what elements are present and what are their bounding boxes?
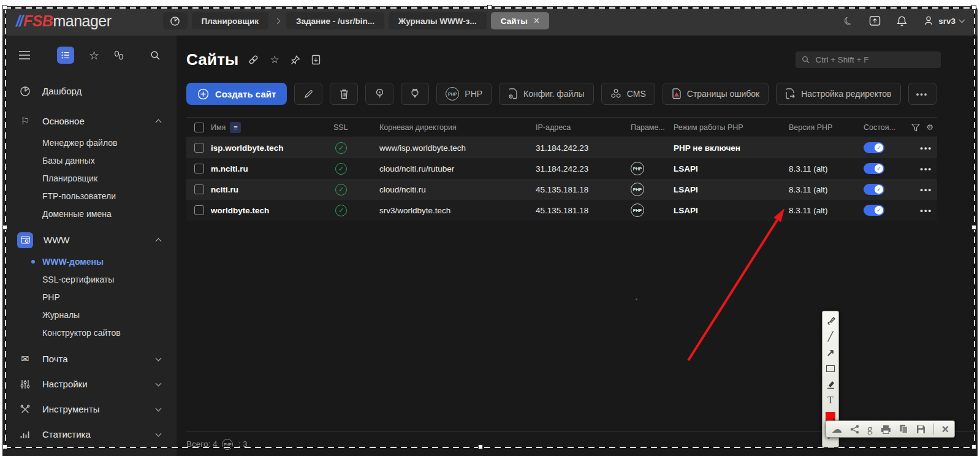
sidebar-item-www-domains[interactable]: WWW-домены — [2, 253, 177, 270]
dashboard-shortcut-button[interactable] — [163, 12, 188, 29]
share-button[interactable] — [850, 425, 859, 434]
sidebar-item-scheduler[interactable]: Планировщик — [2, 169, 177, 187]
selection-handle-top-middle[interactable] — [487, 5, 492, 10]
selection-handle-top-right[interactable] — [971, 5, 976, 10]
site-enabled-toggle[interactable]: ✓ — [864, 142, 884, 153]
sidebar-item-file-manager[interactable]: Менеджер файлов — [2, 134, 177, 151]
menu-list-view-button[interactable] — [57, 47, 74, 64]
enable-button[interactable] — [365, 83, 393, 105]
selection-handle-right-middle[interactable] — [971, 225, 976, 230]
row-menu-button[interactable]: ••• — [920, 185, 937, 194]
col-root-dir[interactable]: Корневая директория — [379, 123, 457, 132]
favorite-star-icon[interactable]: ☆ — [270, 53, 279, 66]
footprints-icon[interactable] — [114, 50, 124, 61]
table-settings-gear-icon[interactable]: ⚙ — [926, 123, 933, 132]
search-input[interactable] — [815, 55, 935, 64]
create-site-button[interactable]: Создать сайт — [186, 83, 287, 105]
favorites-star-icon[interactable]: ☆ — [89, 48, 99, 63]
site-name[interactable]: worldbyte.tech — [211, 206, 333, 215]
col-ip[interactable]: IP-адреса — [536, 123, 571, 132]
error-pages-button[interactable]: Страницы ошибок — [663, 83, 769, 105]
search-icon[interactable] — [150, 50, 161, 61]
arrow-tool-button[interactable]: ↗ — [824, 347, 837, 358]
more-actions-button[interactable]: ••• — [908, 83, 936, 105]
tab-www-logs[interactable]: Журналы WWW-з... — [389, 12, 487, 29]
site-enabled-toggle[interactable]: ✓ — [864, 184, 884, 195]
sidebar-item-ftp-users[interactable]: FTP-пользователи — [2, 187, 177, 205]
selection-handle-bottom-left[interactable] — [2, 444, 7, 449]
col-state[interactable]: Состоя... — [864, 123, 895, 132]
redirects-button[interactable]: Настройка редиректов — [776, 83, 900, 105]
selection-handle-bottom-right[interactable] — [971, 444, 976, 449]
site-enabled-toggle[interactable]: ✓ — [864, 163, 884, 174]
row-menu-button[interactable]: ••• — [920, 164, 937, 173]
table-row[interactable]: m.nciti.ru ✓ cloud/nciti.ru/rutuber 31.1… — [186, 158, 937, 179]
php-button[interactable]: PHP PHP — [436, 83, 492, 105]
tab-close-icon[interactable]: × — [534, 15, 539, 26]
sidebar-item-databases[interactable]: Базы данных — [2, 151, 177, 169]
selection-handle-bottom-middle[interactable] — [478, 444, 483, 449]
export-document-icon[interactable] — [311, 55, 321, 65]
table-row[interactable]: isp.worldbyte.tech ✓ www/isp.worldbyte.t… — [186, 137, 937, 158]
site-enabled-toggle[interactable]: ✓ — [864, 205, 884, 216]
sidebar-item-mail[interactable]: ✉ Почта — [2, 346, 177, 371]
pen-tool-button[interactable] — [824, 315, 837, 326]
site-name[interactable]: isp.worldbyte.tech — [211, 143, 333, 153]
cms-button[interactable]: CMS — [601, 83, 655, 105]
selection-handle-left-middle[interactable] — [2, 225, 7, 230]
sidebar-item-domain-names[interactable]: Доменные имена — [2, 205, 177, 222]
col-ssl[interactable]: SSL — [333, 123, 348, 132]
sidebar-item-logs[interactable]: Журналы — [2, 306, 177, 324]
sidebar-item-tools[interactable]: Инструменты — [2, 397, 177, 422]
delete-button[interactable] — [330, 83, 358, 105]
print-button[interactable] — [881, 425, 891, 434]
text-tool-button[interactable]: T — [824, 395, 837, 406]
sidebar-item-php[interactable]: PHP — [2, 288, 177, 306]
col-php-version[interactable]: Версия PHP — [789, 123, 832, 132]
tab-sites-active[interactable]: Сайты × — [491, 12, 549, 29]
sidebar-item-site-builder[interactable]: Конструктор сайтов — [2, 324, 177, 341]
sidebar-item-dashboard[interactable]: Дашборд — [2, 78, 177, 104]
disable-button[interactable] — [401, 83, 429, 105]
table-row[interactable]: worldbyte.tech ✓ srv3/worldbyte.tech 45.… — [186, 200, 937, 221]
close-button[interactable]: × — [942, 423, 949, 435]
row-checkbox[interactable] — [194, 184, 204, 194]
pin-icon[interactable] — [291, 55, 300, 65]
hamburger-icon[interactable] — [18, 50, 31, 60]
row-menu-button[interactable]: ••• — [920, 206, 937, 215]
selection-handle-top-left[interactable] — [2, 5, 7, 10]
config-files-button[interactable]: Конфиг. файлы — [499, 83, 594, 105]
sidebar-item-settings[interactable]: Настройки — [2, 371, 177, 397]
col-php-mode[interactable]: Режим работы PHP — [674, 123, 743, 132]
row-checkbox[interactable] — [194, 205, 204, 215]
sidebar-item-www[interactable]: WWW — [2, 227, 177, 253]
row-checkbox[interactable] — [194, 164, 204, 173]
sidebar-item-statistics[interactable]: Статистика — [2, 422, 177, 447]
tab-task[interactable]: Задание - /usr/bin... — [286, 12, 384, 29]
save-button[interactable] — [916, 425, 925, 434]
user-menu[interactable]: srv3 — [923, 15, 964, 26]
row-menu-button[interactable]: ••• — [920, 143, 937, 153]
sort-icon[interactable]: ≡ — [230, 122, 241, 133]
table-row[interactable]: nciti.ru ✓ cloud/nciti.ru 45.135.181.18 … — [186, 179, 937, 200]
theme-moon-icon[interactable]: ☾ — [841, 13, 856, 28]
bell-icon[interactable] — [897, 15, 907, 27]
select-all-checkbox[interactable] — [194, 123, 204, 132]
edit-button[interactable] — [294, 83, 322, 105]
tab-scheduler[interactable]: Планировщик — [192, 12, 268, 29]
site-name[interactable]: nciti.ru — [211, 185, 333, 194]
line-tool-button[interactable]: ╱ — [824, 331, 837, 342]
col-params[interactable]: Параме... — [631, 123, 665, 132]
row-checkbox[interactable] — [194, 143, 204, 153]
filter-funnel-icon[interactable] — [911, 123, 920, 132]
link-icon[interactable] — [248, 55, 259, 65]
cloud-upload-button[interactable]: ☁ — [832, 423, 842, 436]
copy-button[interactable] — [899, 424, 908, 434]
sidebar-item-main[interactable]: ⚐ Основное — [2, 108, 177, 134]
google-search-button[interactable]: g — [867, 423, 873, 435]
box-arrow-icon[interactable] — [869, 15, 881, 26]
col-name[interactable]: Имя — [211, 123, 226, 132]
rectangle-tool-button[interactable] — [824, 363, 837, 374]
site-name[interactable]: m.nciti.ru — [211, 164, 333, 173]
marker-tool-button[interactable] — [824, 379, 837, 390]
